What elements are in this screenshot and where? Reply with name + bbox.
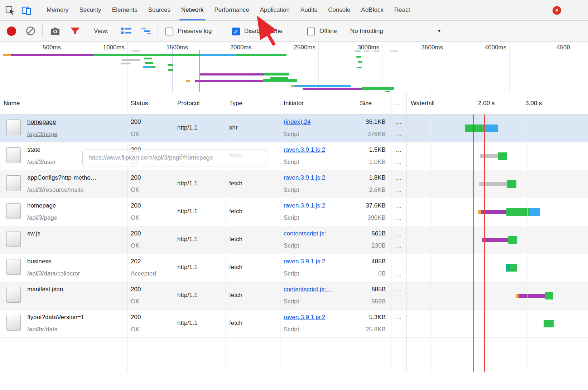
tab-sources[interactable]: Sources xyxy=(143,0,176,20)
request-rows: homepage /api/3/page 200 OK http/1.1 xhr… xyxy=(0,114,588,338)
disable-cache-label[interactable]: Disable cache xyxy=(244,21,283,42)
waterfall-bar-segment xyxy=(485,125,498,132)
initiator-sub: Script xyxy=(284,186,299,194)
screenshot-camera-icon[interactable] xyxy=(50,27,60,37)
tab-network[interactable]: Network xyxy=(176,0,209,20)
request-path: /api/3/page xyxy=(27,131,57,138)
request-path: /api/br/data xyxy=(27,326,58,333)
overview-time-label: 4500 xyxy=(556,44,570,51)
overview-activity-bar xyxy=(186,80,190,82)
tab-security[interactable]: Security xyxy=(74,0,106,20)
status-code: 200 xyxy=(131,118,141,126)
inspect-element-icon[interactable] xyxy=(4,4,16,17)
type-value: fetch xyxy=(229,180,242,187)
column-header-name[interactable]: Name xyxy=(4,92,20,114)
overview-time-label: 1000ms xyxy=(103,44,125,51)
initiator-link[interactable]: (index):24 xyxy=(284,118,311,126)
initiator-link[interactable]: raven.3.9.1.js:2 xyxy=(284,258,325,265)
initiator-link[interactable]: raven.3.9.1.js:2 xyxy=(284,202,325,209)
waterfall-bar-segment xyxy=(544,320,554,327)
status-code: 200 xyxy=(131,314,141,321)
column-header-waterfall[interactable]: Waterfall xyxy=(411,92,434,114)
column-header-protocol[interactable]: Protocol xyxy=(177,92,199,114)
table-row[interactable]: sw.js 200 OK http/1.1 fetch contentscrip… xyxy=(0,226,588,254)
timeline-overview[interactable]: 500ms1000ms1500ms2000ms2500ms3000ms3500m… xyxy=(0,42,588,92)
overview-activity-bar xyxy=(364,50,369,52)
clear-icon[interactable] xyxy=(26,26,35,37)
overview-activity-bar xyxy=(373,50,380,52)
toolbar-divider xyxy=(158,25,158,37)
table-row[interactable]: business /api/3/data/collector 202 Accep… xyxy=(0,254,588,282)
size-resource: 0B xyxy=(378,270,386,277)
offline-label[interactable]: Offline xyxy=(319,21,337,42)
more-ellipsis: … xyxy=(391,131,406,138)
disable-cache-checkbox[interactable]: ✓ xyxy=(232,28,240,35)
request-path: /api/3/page xyxy=(27,214,57,221)
size-resource: 390KB xyxy=(367,214,386,221)
more-ellipsis: … xyxy=(391,118,406,126)
initiator-link[interactable]: raven.3.9.1.js:2 xyxy=(284,314,325,321)
overview-activity-bar xyxy=(356,56,361,58)
error-count-badge[interactable]: × xyxy=(553,6,561,15)
type-value: fetch xyxy=(229,208,242,215)
throttling-dropdown-arrow-icon[interactable]: ▼ xyxy=(437,21,442,42)
column-header-more[interactable]: … xyxy=(394,92,400,114)
initiator-link[interactable]: raven.3.9.1.js:2 xyxy=(284,174,325,181)
record-button[interactable] xyxy=(7,26,16,36)
column-header-size[interactable]: Size xyxy=(360,92,372,114)
type-value: fetch xyxy=(229,152,242,159)
table-row[interactable]: homepage /api/3/page 200 OK http/1.1 fet… xyxy=(0,198,588,226)
request-name: homepage xyxy=(27,202,56,209)
column-header-status[interactable]: Status xyxy=(131,92,148,114)
status-text: OK xyxy=(131,214,140,221)
tab-memory[interactable]: Memory xyxy=(41,0,74,20)
status-text: OK xyxy=(131,326,140,333)
initiator-link[interactable]: contentscript.js:… xyxy=(284,230,332,237)
tab-application[interactable]: Application xyxy=(255,0,295,20)
table-row[interactable]: homepage /api/3/page 200 OK http/1.1 xhr… xyxy=(0,114,588,142)
waterfall-view-icon[interactable] xyxy=(140,27,152,36)
throttling-select[interactable]: No throttling xyxy=(350,21,383,42)
list-view-icon[interactable] xyxy=(121,27,132,36)
request-name: flyout?dataVersion=1 xyxy=(27,314,84,321)
status-code: 200 xyxy=(131,146,141,153)
waterfall-tick-label: 3.00 s xyxy=(525,92,542,114)
table-row[interactable]: flyout?dataVersion=1 /api/br/data 200 OK… xyxy=(0,310,588,338)
initiator-sub: Script xyxy=(284,326,299,333)
column-header-initiator[interactable]: Initiator xyxy=(284,92,304,114)
overview-time-label: 500ms xyxy=(43,44,61,51)
status-code: 200 xyxy=(131,230,141,237)
status-code: 200 xyxy=(131,286,141,293)
tab-performance[interactable]: Performance xyxy=(209,0,254,20)
tab-elements[interactable]: Elements xyxy=(107,0,143,20)
initiator-link[interactable]: raven.3.9.1.js:2 xyxy=(284,146,325,153)
table-header: Name Status Protocol Type Initiator Size… xyxy=(0,92,588,114)
protocol-value: http/1.1 xyxy=(177,152,198,159)
tab-audits[interactable]: Audits xyxy=(295,0,323,20)
tab-react[interactable]: React xyxy=(389,0,415,20)
offline-checkbox[interactable] xyxy=(307,28,315,35)
overview-activity-bar xyxy=(122,59,140,61)
waterfall-bar-segment xyxy=(482,238,508,242)
tab-adblock[interactable]: AdBlock xyxy=(356,0,389,20)
filter-icon[interactable] xyxy=(70,27,80,37)
overview-gridline xyxy=(64,42,64,92)
preserve-log-checkbox[interactable] xyxy=(165,28,173,35)
table-row[interactable]: manifest.json 200 OK http/1.1 fetch cont… xyxy=(0,282,588,310)
table-row[interactable]: state /api/3/user 200 OK http/1.1 fetch … xyxy=(0,142,588,170)
protocol-value: http/1.1 xyxy=(177,320,198,327)
request-name: sw.js xyxy=(27,230,40,237)
size-transferred: 485B xyxy=(371,258,386,265)
file-icon xyxy=(6,175,21,191)
column-header-type[interactable]: Type xyxy=(229,92,242,114)
tab-console[interactable]: Console xyxy=(323,0,356,20)
initiator-sub: Script xyxy=(284,270,299,277)
overview-domcontentloaded-line xyxy=(173,50,173,92)
device-toolbar-icon[interactable] xyxy=(20,4,33,17)
waterfall-bar-segment xyxy=(481,210,506,214)
overview-activity-bar xyxy=(303,88,362,90)
preserve-log-label[interactable]: Preserve log xyxy=(178,21,212,42)
table-row[interactable]: appConfigs?http-metho… /api/3/resource/m… xyxy=(0,170,588,198)
initiator-link[interactable]: contentscript.js:… xyxy=(284,286,332,293)
size-transferred: 1.8KB xyxy=(369,174,386,181)
